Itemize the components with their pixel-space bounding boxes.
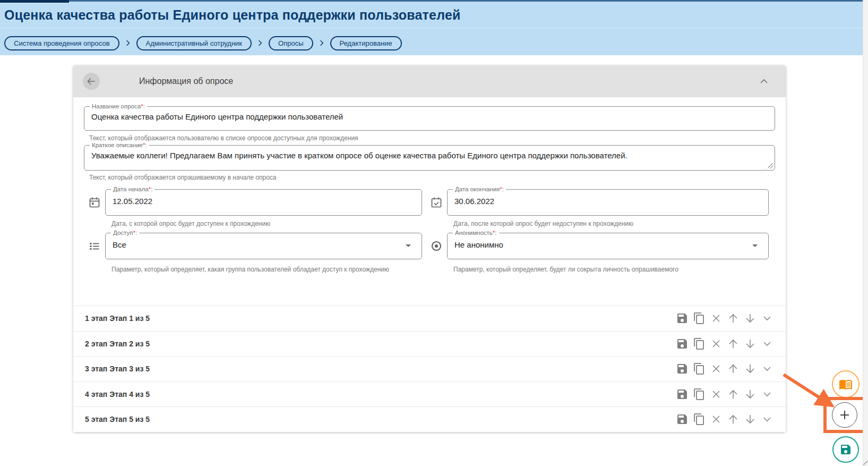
short-description-field[interactable]: Краткое описание*: Уважаемые коллеги! Пр… (84, 145, 775, 171)
start-date-helper: Дата, с которой опрос будет доступен к п… (111, 220, 270, 227)
survey-name-label: Название опроса*: (90, 103, 147, 110)
chevron-down-icon (761, 388, 774, 401)
start-date-field[interactable]: Дата начала*: 12.05.2022 (105, 189, 422, 216)
dropdown-arrow-icon (752, 244, 758, 247)
arrow-down-icon (744, 413, 757, 426)
close-icon (710, 362, 723, 375)
top-corner-mark (0, 0, 69, 3)
scrollbar-corner (863, 460, 867, 465)
arrow-down-icon (744, 388, 757, 401)
stage-move-up-button[interactable] (727, 413, 740, 426)
stage-actions (676, 413, 774, 426)
stage-copy-button[interactable] (693, 312, 706, 325)
stage-delete-button[interactable] (710, 388, 723, 401)
vertical-scrollbar[interactable] (863, 0, 868, 466)
close-icon (710, 312, 723, 325)
stage-row[interactable]: 1 этап Этап 1 из 5 (73, 306, 786, 331)
arrow-up-icon (727, 388, 740, 401)
back-button[interactable] (83, 73, 100, 90)
stage-delete-button[interactable] (710, 337, 723, 350)
page-title: Оценка качества работы Единого центра по… (4, 7, 461, 23)
copy-icon (693, 337, 706, 350)
end-date-value: 30.06.2022 (454, 197, 494, 206)
save-survey-button[interactable] (832, 436, 859, 463)
short-description-helper: Текст, который отображается опрашиваемом… (89, 174, 277, 181)
access-helper: Параметр, который определяет, какая груп… (111, 266, 389, 273)
stage-save-button[interactable] (676, 312, 689, 325)
survey-name-helper: Текст, который отображается пользователю… (89, 134, 358, 142)
stage-move-up-button[interactable] (727, 337, 740, 350)
stage-expand-button[interactable] (761, 413, 774, 426)
anonymity-select[interactable]: Анонимность*: Не анонимно (447, 233, 769, 259)
breadcrumb-item[interactable]: Система проведения опросов (4, 36, 119, 50)
anonymity-value: Не анонимно (454, 240, 503, 249)
arrow-down-icon (744, 362, 757, 375)
arrow-down-icon (744, 312, 757, 325)
stage-move-down-button[interactable] (744, 413, 757, 426)
stage-copy-button[interactable] (693, 388, 706, 401)
stage-label: 2 этап Этап 2 из 5 (85, 340, 150, 348)
stage-save-button[interactable] (676, 413, 689, 426)
stage-expand-button[interactable] (761, 337, 774, 350)
access-select[interactable]: Доступ*: Все (105, 233, 422, 259)
end-date-field[interactable]: Дата окончания*: 30.06.2022 (447, 189, 769, 216)
stage-actions (676, 337, 774, 350)
stage-row[interactable]: 2 этап Этап 2 из 5 (73, 331, 786, 357)
stage-expand-button[interactable] (761, 362, 774, 375)
stage-expand-button[interactable] (761, 388, 774, 401)
arrow-up-icon (727, 337, 740, 350)
copy-icon (693, 413, 706, 426)
card-header: Информация об опросе (73, 65, 786, 97)
arrow-down-icon (744, 337, 757, 350)
breadcrumb-item[interactable]: Административный сотрудник (136, 36, 252, 50)
save-icon (839, 443, 852, 456)
arrow-up-icon (727, 413, 740, 426)
survey-info-card: Информация об опросе Название опроса*: О… (73, 65, 786, 432)
breadcrumb: Система проведения опросов Административ… (4, 35, 402, 51)
chevron-down-icon (761, 337, 774, 350)
stage-move-up-button[interactable] (727, 388, 740, 401)
start-date-label: Дата начала*: (111, 185, 154, 193)
chevron-down-icon (761, 362, 774, 375)
dropdown-arrow-icon (406, 244, 411, 247)
stage-move-down-button[interactable] (744, 312, 757, 325)
stage-actions (676, 388, 774, 401)
stage-delete-button[interactable] (710, 413, 723, 426)
stage-move-up-button[interactable] (727, 362, 740, 375)
stage-row[interactable]: 4 этап Этап 4 из 5 (73, 382, 786, 407)
survey-name-field[interactable]: Название опроса*: Оценка качества работы… (84, 106, 775, 131)
chevron-right-icon (318, 39, 325, 47)
chevron-down-icon (761, 413, 774, 426)
stage-expand-button[interactable] (761, 312, 774, 325)
save-icon (676, 337, 689, 350)
stage-move-down-button[interactable] (744, 337, 757, 350)
stage-row[interactable]: 5 этап Этап 5 из 5 (73, 406, 786, 432)
stage-save-button[interactable] (676, 388, 689, 401)
stage-save-button[interactable] (676, 362, 689, 375)
access-label: Доступ*: (111, 229, 139, 236)
stage-save-button[interactable] (676, 337, 689, 350)
stage-move-down-button[interactable] (744, 362, 757, 375)
calendar-icon (88, 196, 101, 209)
stage-row[interactable]: 3 этап Этап 3 из 5 (73, 356, 786, 382)
chevron-down-icon (761, 312, 774, 325)
stage-move-up-button[interactable] (727, 312, 740, 325)
docs-button[interactable] (832, 370, 860, 398)
stage-copy-button[interactable] (693, 362, 706, 375)
copy-icon (693, 312, 706, 325)
list-icon (88, 240, 101, 252)
stage-delete-button[interactable] (710, 362, 723, 375)
breadcrumb-item[interactable]: Опросы (269, 36, 313, 50)
stage-delete-button[interactable] (710, 312, 723, 325)
stage-actions (676, 362, 774, 375)
collapse-button[interactable] (757, 75, 771, 89)
save-icon (676, 388, 689, 401)
close-icon (710, 388, 723, 401)
stage-copy-button[interactable] (693, 413, 706, 426)
textarea-resize-handle[interactable] (768, 163, 773, 168)
chevron-right-icon (124, 39, 132, 47)
breadcrumb-item[interactable]: Редактирование (330, 36, 402, 50)
stage-move-down-button[interactable] (744, 388, 757, 401)
stage-copy-button[interactable] (693, 337, 706, 350)
add-stage-button[interactable] (832, 402, 857, 428)
